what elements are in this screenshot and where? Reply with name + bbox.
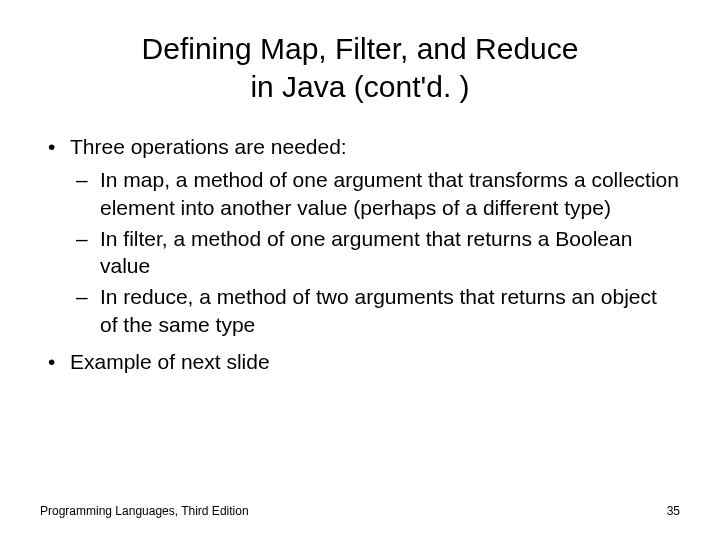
sub-list: In map, a method of one argument that tr… — [70, 166, 680, 338]
page-number: 35 — [667, 504, 680, 518]
slide-title: Defining Map, Filter, and Reduce in Java… — [40, 30, 680, 105]
list-item: In reduce, a method of two arguments tha… — [70, 283, 680, 338]
list-item: In map, a method of one argument that tr… — [70, 166, 680, 221]
bullet-text: Example of next slide — [70, 350, 270, 373]
sub-text: In reduce, a method of two arguments tha… — [100, 285, 657, 335]
sub-text: In map, a method of one argument that tr… — [100, 168, 679, 218]
bullet-text: Three operations are needed: — [70, 135, 347, 158]
list-item: Three operations are needed: In map, a m… — [40, 133, 680, 338]
slide-footer: Programming Languages, Third Edition 35 — [40, 504, 680, 518]
footer-source: Programming Languages, Third Edition — [40, 504, 249, 518]
title-line-1: Defining Map, Filter, and Reduce — [142, 32, 579, 65]
list-item: Example of next slide — [40, 348, 680, 375]
list-item: In filter, a method of one argument that… — [70, 225, 680, 280]
bullet-list: Three operations are needed: In map, a m… — [40, 133, 680, 375]
title-line-2: in Java (cont'd. ) — [250, 70, 469, 103]
sub-text: In filter, a method of one argument that… — [100, 227, 632, 277]
